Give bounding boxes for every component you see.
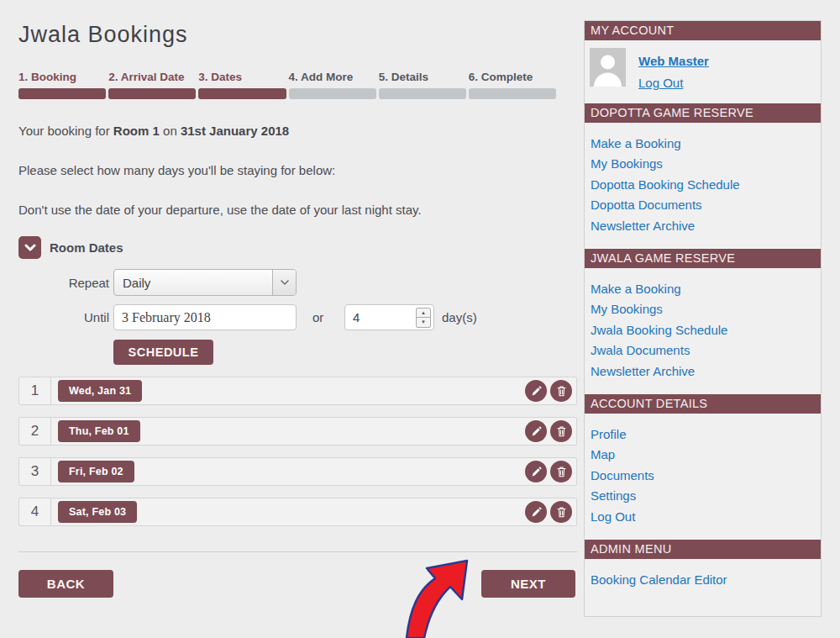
date-pill: Thu, Feb 01 bbox=[58, 420, 140, 442]
booking-summary-mid: on bbox=[160, 124, 181, 138]
red-arrow-annotation bbox=[368, 546, 494, 638]
list-item: Dopotta Booking Schedule bbox=[591, 175, 821, 195]
days-number-value: 4 bbox=[345, 310, 416, 324]
wizard-step-label: 5. Details bbox=[379, 71, 466, 83]
wizard-step-4: 4. Add More bbox=[289, 71, 376, 99]
list-item: Jwala Booking Schedule bbox=[591, 320, 821, 340]
row-index: 3 bbox=[19, 458, 51, 485]
row-actions bbox=[525, 461, 572, 482]
list-item: Log Out bbox=[591, 507, 821, 527]
date-row-2: 2 Thu, Feb 01 bbox=[18, 417, 577, 446]
edit-button[interactable] bbox=[525, 501, 547, 523]
sidebar-link-my-bookings[interactable]: My Bookings bbox=[591, 302, 663, 316]
wizard-step-bar bbox=[18, 88, 106, 99]
sidebar-link-dopotta-documents[interactable]: Dopotta Documents bbox=[591, 198, 702, 212]
sidebar-header-dopotta: DOPOTTA GAME RESERVE bbox=[585, 103, 821, 123]
sidebar-link-profile[interactable]: Profile bbox=[591, 427, 627, 441]
sidebar-links-admin-menu: Booking Calendar Editor bbox=[585, 559, 821, 603]
row-index: 2 bbox=[19, 418, 51, 445]
wizard-step-bar bbox=[289, 88, 376, 99]
wizard-step-bar bbox=[379, 88, 466, 99]
schedule-button[interactable]: SCHEDULE bbox=[113, 340, 213, 365]
delete-button[interactable] bbox=[550, 461, 572, 482]
date-row-1: 1 Wed, Jan 31 bbox=[18, 377, 577, 405]
trash-icon bbox=[556, 466, 567, 477]
row-actions bbox=[525, 501, 572, 523]
edit-button[interactable] bbox=[525, 461, 547, 482]
sidebar-link-make-a-booking[interactable]: Make a Booking bbox=[591, 282, 681, 296]
trash-icon bbox=[556, 506, 567, 518]
list-item: Dopotta Documents bbox=[591, 195, 821, 215]
sidebar: MY ACCOUNT Web Master Log Out DOPOTTA GA… bbox=[584, 20, 822, 617]
trash-icon bbox=[556, 385, 567, 397]
date-row-4: 4 Sat, Feb 03 bbox=[18, 498, 577, 526]
list-item: Booking Calendar Editor bbox=[591, 570, 821, 590]
repeat-select-value: Daily bbox=[114, 276, 272, 290]
date-pill: Fri, Feb 02 bbox=[58, 461, 134, 482]
wizard-step-label: 6. Complete bbox=[469, 71, 556, 83]
wizard-step-bar bbox=[108, 88, 196, 99]
list-item: My Bookings bbox=[591, 154, 821, 174]
sidebar-header-account-details: ACCOUNT DETAILS bbox=[585, 394, 821, 414]
sidebar-links-dopotta: Make a Booking My Bookings Dopotta Booki… bbox=[585, 123, 821, 249]
next-button[interactable]: NEXT bbox=[481, 570, 575, 598]
row-actions bbox=[525, 420, 572, 442]
sidebar-header-my-account: MY ACCOUNT bbox=[585, 21, 821, 40]
room-dates-collapse-button[interactable] bbox=[18, 236, 41, 259]
edit-button[interactable] bbox=[525, 420, 547, 442]
user-name-link[interactable]: Web Master bbox=[638, 54, 709, 68]
pencil-icon bbox=[531, 426, 542, 437]
list-item: Make a Booking bbox=[591, 279, 821, 299]
list-item: Newsletter Archive bbox=[591, 361, 821, 382]
spin-up-icon[interactable]: ▲ bbox=[417, 308, 430, 319]
page-title: Jwala Bookings bbox=[18, 22, 188, 48]
log-out-link[interactable]: Log Out bbox=[638, 76, 709, 90]
sidebar-link-log-out[interactable]: Log Out bbox=[591, 509, 635, 524]
list-item: Settings bbox=[591, 486, 821, 506]
footer-divider bbox=[18, 551, 577, 552]
sidebar-link-jwala-documents[interactable]: Jwala Documents bbox=[591, 343, 690, 357]
trash-icon bbox=[556, 425, 567, 437]
wizard-step-3: 3. Dates bbox=[198, 71, 286, 99]
sidebar-header-admin-menu: ADMIN MENU bbox=[585, 540, 821, 559]
sidebar-link-booking-calendar-editor[interactable]: Booking Calendar Editor bbox=[591, 572, 727, 587]
spin-down-icon[interactable]: ▼ bbox=[417, 318, 430, 327]
sidebar-link-settings[interactable]: Settings bbox=[591, 488, 636, 503]
row-actions bbox=[525, 380, 572, 402]
account-block: Web Master Log Out bbox=[585, 40, 821, 103]
delete-button[interactable] bbox=[550, 501, 572, 523]
list-item: Newsletter Archive bbox=[591, 216, 821, 236]
sidebar-link-dopotta-booking-schedule[interactable]: Dopotta Booking Schedule bbox=[591, 177, 740, 192]
number-stepper: ▲ ▼ bbox=[416, 308, 431, 328]
wizard-step-bar bbox=[198, 88, 286, 99]
wizard-step-bar bbox=[469, 88, 556, 99]
sidebar-link-map[interactable]: Map bbox=[591, 447, 615, 461]
sidebar-header-jwala: JWALA GAME RESERVE bbox=[585, 249, 821, 268]
back-button[interactable]: BACK bbox=[18, 570, 113, 598]
wizard-step-6: 6. Complete bbox=[469, 71, 556, 99]
repeat-label: Repeat bbox=[18, 276, 109, 290]
edit-button[interactable] bbox=[525, 380, 547, 402]
sidebar-link-newsletter-archive[interactable]: Newsletter Archive bbox=[591, 364, 695, 378]
delete-button[interactable] bbox=[550, 420, 572, 442]
sidebar-link-make-a-booking[interactable]: Make a Booking bbox=[591, 136, 681, 150]
list-item: Make a Booking bbox=[591, 134, 821, 154]
delete-button[interactable] bbox=[550, 380, 572, 402]
booking-summary: Your booking for Room 1 on 31st January … bbox=[18, 124, 289, 138]
list-item: Documents bbox=[591, 466, 821, 486]
pencil-icon bbox=[531, 386, 542, 397]
date-pill: Wed, Jan 31 bbox=[58, 380, 142, 402]
repeat-select[interactable]: Daily bbox=[113, 269, 297, 296]
sidebar-link-jwala-booking-schedule[interactable]: Jwala Booking Schedule bbox=[591, 323, 727, 337]
sidebar-link-documents[interactable]: Documents bbox=[591, 468, 654, 482]
wizard-step-5: 5. Details bbox=[379, 71, 466, 99]
list-item: Map bbox=[591, 445, 821, 465]
days-number-input[interactable]: 4 ▲ ▼ bbox=[344, 304, 434, 330]
row-index: 1 bbox=[19, 377, 51, 404]
list-item: Jwala Documents bbox=[591, 340, 821, 361]
row-index: 4 bbox=[19, 498, 51, 525]
until-date-input[interactable] bbox=[113, 304, 297, 330]
select-chevron-icon bbox=[272, 270, 296, 295]
sidebar-link-newsletter-archive[interactable]: Newsletter Archive bbox=[591, 219, 695, 233]
sidebar-link-my-bookings[interactable]: My Bookings bbox=[591, 156, 663, 171]
